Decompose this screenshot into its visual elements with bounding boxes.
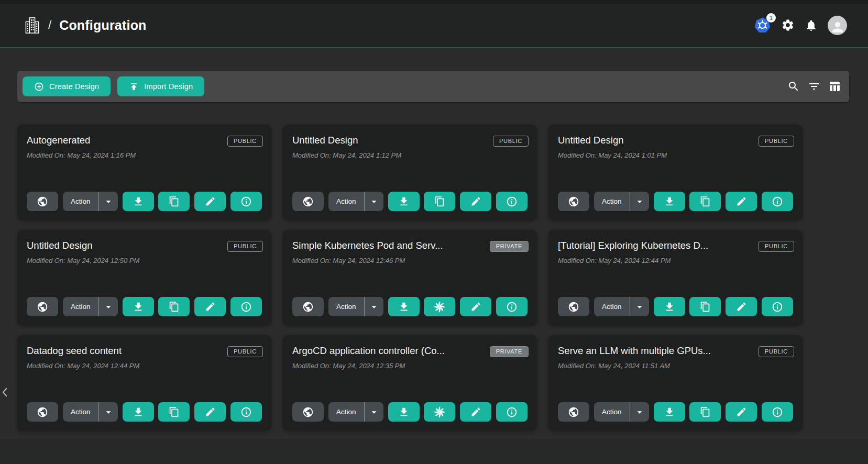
download-icon bbox=[398, 406, 410, 418]
gear-icon bbox=[781, 18, 795, 32]
card-action-row: Action bbox=[292, 402, 528, 422]
caret-down-icon bbox=[103, 196, 114, 207]
globe-icon bbox=[568, 406, 579, 418]
pencil-icon bbox=[736, 406, 747, 417]
card-action-row: Action bbox=[558, 402, 793, 422]
action-dropdown-caret[interactable] bbox=[98, 402, 118, 422]
info-button[interactable] bbox=[496, 297, 528, 316]
create-design-label: Create Design bbox=[49, 82, 99, 91]
edit-button[interactable] bbox=[194, 192, 226, 211]
create-design-button[interactable]: Create Design bbox=[23, 76, 111, 96]
spiral-icon bbox=[433, 406, 446, 418]
visibility-globe-button[interactable] bbox=[27, 297, 58, 316]
action-dropdown-caret[interactable] bbox=[630, 402, 649, 422]
download-button[interactable] bbox=[123, 192, 154, 211]
edit-button[interactable] bbox=[726, 402, 757, 422]
visibility-globe-button[interactable] bbox=[558, 297, 589, 316]
action-dropdown-caret[interactable] bbox=[98, 192, 118, 211]
action-dropdown-caret[interactable] bbox=[364, 402, 383, 422]
action-button[interactable]: Action bbox=[328, 297, 364, 316]
pencil-icon bbox=[205, 301, 216, 312]
copy-button[interactable] bbox=[424, 192, 455, 211]
action-button[interactable]: Action bbox=[63, 402, 98, 422]
action-label: Action bbox=[336, 303, 356, 311]
search-button[interactable] bbox=[787, 80, 800, 93]
import-design-button[interactable]: Import Design bbox=[117, 76, 204, 96]
copy-button[interactable] bbox=[158, 297, 190, 316]
action-dropdown-caret[interactable] bbox=[630, 192, 649, 211]
action-dropdown-caret[interactable] bbox=[364, 192, 383, 211]
download-button[interactable] bbox=[654, 297, 685, 316]
info-button[interactable] bbox=[762, 297, 793, 316]
action-button[interactable]: Action bbox=[594, 192, 630, 211]
caret-down-icon bbox=[368, 301, 380, 313]
download-button[interactable] bbox=[388, 192, 420, 211]
info-button[interactable] bbox=[496, 192, 528, 211]
visibility-badge: PUBLIC bbox=[759, 136, 794, 147]
download-button[interactable] bbox=[654, 402, 685, 422]
copy-button[interactable] bbox=[689, 192, 721, 211]
info-button[interactable] bbox=[230, 192, 262, 211]
action-split-button: Action bbox=[328, 297, 383, 316]
edit-button[interactable] bbox=[460, 297, 491, 316]
action-button[interactable]: Action bbox=[594, 297, 630, 316]
kubernetes-context-button[interactable]: 1 bbox=[754, 17, 771, 34]
visibility-globe-button[interactable] bbox=[27, 192, 58, 211]
caret-down-icon bbox=[103, 301, 114, 313]
globe-icon bbox=[37, 406, 48, 418]
download-button[interactable] bbox=[123, 402, 154, 422]
download-button[interactable] bbox=[654, 192, 685, 211]
globe-icon bbox=[302, 406, 314, 418]
action-button[interactable]: Action bbox=[594, 402, 630, 422]
edit-button[interactable] bbox=[460, 402, 491, 422]
action-button[interactable]: Action bbox=[328, 192, 364, 211]
sidebar-collapse-chevron[interactable] bbox=[1, 386, 9, 400]
card-action-row: Action bbox=[292, 297, 528, 316]
info-button[interactable] bbox=[496, 402, 528, 422]
info-button[interactable] bbox=[230, 402, 262, 422]
download-button[interactable] bbox=[388, 297, 420, 316]
info-button[interactable] bbox=[230, 297, 262, 316]
edit-button[interactable] bbox=[460, 192, 491, 211]
copy-button[interactable] bbox=[158, 192, 190, 211]
designs-toolbar: Create Design Import Design bbox=[17, 71, 849, 102]
spiral-button[interactable] bbox=[424, 297, 455, 316]
action-button[interactable]: Action bbox=[63, 297, 98, 316]
copy-button[interactable] bbox=[689, 297, 721, 316]
design-title: Untitled Design bbox=[292, 135, 485, 146]
info-button[interactable] bbox=[762, 192, 793, 211]
action-dropdown-caret[interactable] bbox=[98, 297, 118, 316]
import-design-label: Import Design bbox=[144, 82, 193, 91]
building-icon[interactable] bbox=[24, 17, 40, 34]
settings-button[interactable] bbox=[781, 18, 795, 32]
info-button[interactable] bbox=[762, 402, 793, 422]
action-button[interactable]: Action bbox=[328, 402, 364, 422]
table-view-button[interactable] bbox=[828, 80, 841, 93]
user-avatar[interactable] bbox=[828, 16, 847, 35]
action-label: Action bbox=[336, 197, 356, 205]
action-split-button: Action bbox=[63, 402, 118, 422]
action-label: Action bbox=[602, 197, 622, 205]
edit-button[interactable] bbox=[726, 192, 757, 211]
visibility-globe-button[interactable] bbox=[292, 402, 324, 422]
visibility-globe-button[interactable] bbox=[558, 192, 589, 211]
action-dropdown-caret[interactable] bbox=[630, 297, 649, 316]
download-icon bbox=[664, 301, 675, 313]
action-button[interactable]: Action bbox=[63, 192, 98, 211]
edit-button[interactable] bbox=[194, 402, 226, 422]
copy-button[interactable] bbox=[158, 402, 190, 422]
info-icon bbox=[240, 196, 252, 207]
visibility-globe-button[interactable] bbox=[292, 297, 324, 316]
edit-button[interactable] bbox=[194, 297, 226, 316]
filter-button[interactable] bbox=[808, 80, 820, 93]
spiral-button[interactable] bbox=[424, 402, 455, 422]
notifications-button[interactable] bbox=[805, 19, 818, 32]
visibility-globe-button[interactable] bbox=[27, 402, 58, 422]
action-dropdown-caret[interactable] bbox=[364, 297, 383, 316]
visibility-globe-button[interactable] bbox=[292, 192, 324, 211]
download-button[interactable] bbox=[388, 402, 420, 422]
download-button[interactable] bbox=[123, 297, 154, 316]
copy-button[interactable] bbox=[689, 402, 721, 422]
edit-button[interactable] bbox=[726, 297, 757, 316]
visibility-globe-button[interactable] bbox=[558, 402, 589, 422]
